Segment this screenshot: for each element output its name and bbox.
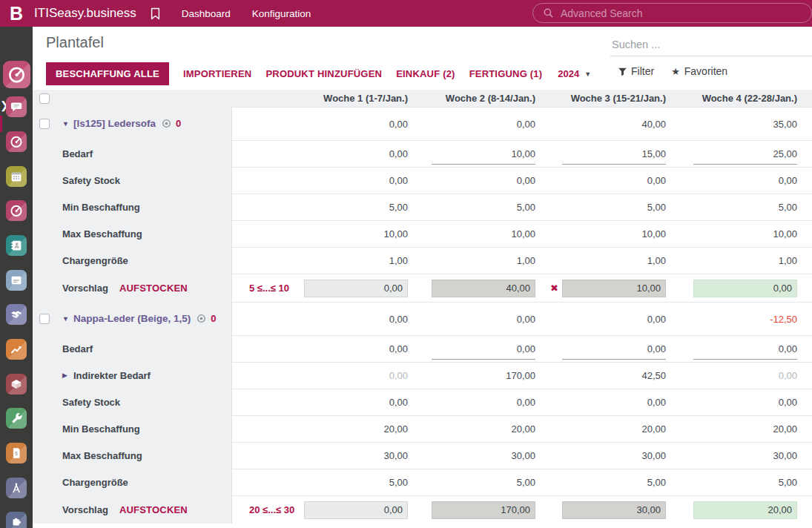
row-checkbox[interactable] — [39, 119, 50, 129]
produkt-hinzufuegen-button[interactable]: PRODUKT HINZUFÜGEN — [265, 68, 382, 79]
value: 42,50 — [641, 370, 666, 381]
product-row: ▼[ls125] Ledersofa00,000,0040,0035,00 — [33, 107, 812, 140]
year-dropdown[interactable]: 2024 ▼ — [558, 68, 591, 79]
metric-row: Chargengröße1,001,001,001,00 — [33, 247, 812, 274]
app-logo[interactable]: B — [10, 0, 23, 27]
editable-value[interactable]: 0,00 — [693, 343, 797, 360]
beschaffung-alle-button[interactable]: BESCHAFFUNG ALLE — [46, 62, 169, 85]
week4-cell: 5,00 — [673, 469, 812, 495]
collapse-group-icon[interactable]: ▼ — [62, 120, 69, 128]
sidebar-app-kanban[interactable] — [6, 270, 27, 291]
search-input[interactable] — [610, 36, 812, 56]
week4-cell: 0,00 — [673, 389, 812, 415]
sidebar-app-invoicing[interactable]: $ — [6, 443, 27, 463]
filter-button[interactable]: Filter — [618, 65, 654, 77]
suggestion-input[interactable]: 20,00 — [693, 501, 797, 519]
advanced-search-box[interactable] — [532, 3, 812, 23]
product-count[interactable]: 0 — [211, 313, 216, 324]
suggestion-input[interactable]: 10,00 — [562, 280, 666, 297]
week1-cell: 0,00 — [231, 362, 415, 389]
editable-value[interactable]: 10,00 — [432, 148, 535, 165]
sidebar-app-discuss[interactable] — [6, 96, 27, 117]
metric-label: Safety Stock — [62, 175, 120, 186]
product-name[interactable]: Nappa-Leder (Beige, 1,5) — [73, 313, 191, 324]
product-count[interactable]: 0 — [176, 118, 181, 129]
suggestion-value: 0,00 — [773, 283, 792, 294]
column-week4: Woche 4 (22-28/Jan.) — [673, 90, 812, 107]
reject-suggestion-icon[interactable]: ✖ — [550, 283, 558, 294]
suggestion-input[interactable]: 0,00 — [304, 501, 408, 519]
select-all-checkbox[interactable] — [39, 93, 50, 104]
week3-cell: 0,00 — [543, 389, 673, 415]
page-title: Plantafel — [46, 34, 104, 51]
sidebar-app-sales[interactable] — [6, 339, 27, 360]
suggestion-input[interactable]: 0,00 — [693, 280, 797, 297]
sidebar-app-dashboard-main[interactable] — [3, 61, 30, 88]
editable-value[interactable]: 0,00 — [562, 343, 666, 360]
week3-cell: 42,50 — [543, 362, 673, 389]
value: 5,00 — [779, 202, 797, 213]
sidebar-app-crm[interactable] — [6, 304, 27, 325]
editable-value[interactable]: 25,00 — [693, 148, 797, 165]
metric-label: Chargengröße — [62, 477, 128, 488]
week3-cell: 20,00 — [543, 415, 673, 442]
suggestion-input[interactable]: 30,00 — [562, 501, 666, 519]
week1-cell: 5,00 — [231, 469, 415, 495]
week1-cell: 0,00 — [231, 389, 415, 415]
sidebar-app-calendar[interactable] — [6, 166, 27, 187]
empty-checkbox-cell — [33, 247, 56, 274]
replenish-button[interactable]: AUFSTOCKEN — [119, 283, 188, 294]
expand-row-icon[interactable]: ▶ — [62, 372, 67, 379]
importieren-button[interactable]: IMPORTIEREN — [183, 68, 251, 79]
empty-checkbox-cell — [33, 194, 56, 220]
nav-konfiguration[interactable]: Konfiguration — [252, 8, 311, 19]
empty-checkbox-cell — [33, 389, 56, 415]
column-week2: Woche 2 (8-14/Jan.) — [415, 90, 543, 107]
suggestion-value: 170,00 — [501, 504, 530, 515]
nav-dashboard[interactable]: Dashboard — [182, 8, 231, 19]
sidebar-app-design[interactable] — [6, 478, 27, 498]
empty-checkbox-cell — [33, 442, 56, 469]
einkauf-button[interactable]: EINKAUF (2) — [396, 68, 455, 79]
metric-label-cell: Max Beschaffung — [56, 220, 231, 247]
product-row: ▼Nappa-Leder (Beige, 1,5)00,000,000,00-1… — [33, 302, 812, 335]
week2-suggestion-cell: 170,00 — [415, 495, 543, 524]
value: 0,00 — [647, 314, 666, 325]
metric-row: Min Beschaffung20,0020,0020,0020,00 — [33, 415, 812, 442]
advanced-search-input[interactable] — [561, 7, 783, 19]
editable-value[interactable]: 15,00 — [562, 148, 666, 165]
sidebar-app-repair[interactable] — [6, 408, 27, 429]
week2-cell: 170,00 — [415, 362, 543, 389]
fertigung-button[interactable]: FERTIGUNG (1) — [469, 68, 543, 79]
suggestion-label: Vorschlag — [62, 504, 108, 515]
value: 0,00 — [389, 119, 408, 130]
week3-cell: 15,00 — [543, 140, 673, 167]
value: 30,00 — [641, 450, 666, 461]
metric-label-cell: Chargengröße — [56, 469, 231, 495]
sidebar-app-dashboards[interactable] — [6, 131, 27, 152]
bookmark-icon[interactable] — [151, 7, 160, 20]
week3-suggestion-cell: ✖10,00 — [543, 274, 673, 302]
value: 0,00 — [647, 397, 666, 408]
week1-cell: 0,00 — [231, 302, 415, 335]
week4-cell: 25,00 — [673, 140, 812, 167]
week2-cell: 0,00 — [415, 167, 543, 194]
value: 1,00 — [647, 255, 666, 266]
suggestion-input[interactable]: 170,00 — [432, 501, 535, 519]
collapse-group-icon[interactable]: ▼ — [62, 315, 69, 323]
sidebar-app-inventory[interactable] — [6, 374, 27, 395]
sidebar-app-apps[interactable] — [6, 512, 27, 528]
table-header-row: Woche 1 (1-7/Jan.) Woche 2 (8-14/Jan.) W… — [33, 90, 812, 107]
suggestion-input[interactable]: 40,00 — [432, 280, 535, 297]
replenish-button[interactable]: AUFSTOCKEN — [119, 504, 188, 515]
suggestion-input[interactable]: 0,00 — [304, 280, 408, 297]
sidebar-app-contacts[interactable] — [6, 235, 27, 256]
editable-value[interactable]: 0,00 — [432, 343, 535, 360]
week3-cell: 0,00 — [543, 167, 673, 194]
row-checkbox[interactable] — [39, 314, 50, 324]
sidebar-app-dashboard-2[interactable] — [6, 200, 27, 221]
suggestion-label-cell: VorschlagAUFSTOCKEN — [56, 274, 231, 302]
product-name[interactable]: [ls125] Ledersofa — [73, 118, 156, 129]
favorites-button[interactable]: ★ Favoriten — [671, 65, 727, 77]
svg-text:$: $ — [15, 451, 18, 457]
